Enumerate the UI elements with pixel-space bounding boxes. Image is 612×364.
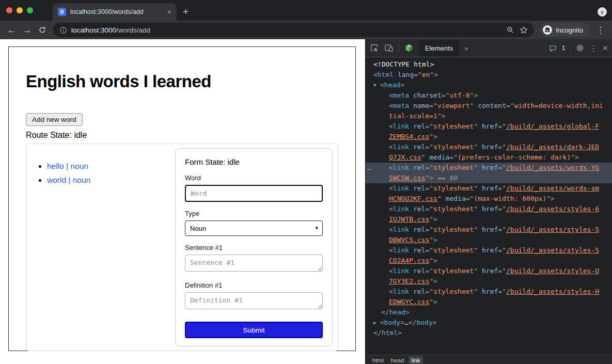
submit-button[interactable]: Submit bbox=[185, 322, 323, 338]
dom-tree-line[interactable]: <link rel="stylesheet" href="/build/_ass… bbox=[366, 287, 612, 297]
incognito-icon bbox=[543, 25, 552, 35]
issues-bubble-icon[interactable] bbox=[549, 44, 557, 52]
incognito-badge: Incognito bbox=[541, 23, 589, 37]
page-main: English words I learned Add new word Rou… bbox=[8, 46, 356, 351]
browser-toolbar: ← → localhost:3000/words/add bbox=[0, 21, 612, 39]
incognito-label: Incognito bbox=[556, 26, 583, 34]
bookmark-star-icon[interactable] bbox=[520, 26, 528, 34]
dom-tree-line[interactable]: <link rel="stylesheet" href="/build/_ass… bbox=[366, 225, 612, 235]
dom-tree-line[interactable]: </head> bbox=[366, 307, 612, 318]
dom-tree-line[interactable]: IUJWTB.css"> bbox=[366, 214, 612, 225]
dom-tree-line[interactable]: ▼<head> bbox=[366, 80, 612, 90]
dom-tree-line[interactable]: <link rel="stylesheet" href="/build/_ass… bbox=[366, 142, 612, 152]
dom-tree-line[interactable]: HCNGU2KF.css" media="(max-width: 600px)"… bbox=[366, 194, 612, 204]
site-info-icon[interactable] bbox=[59, 26, 67, 34]
devtools-toolbar: Elements » 1 ⋮ × bbox=[366, 39, 612, 57]
dom-tree-line[interactable]: <meta charset="utf-8"> bbox=[366, 90, 612, 101]
node-options-dots-icon[interactable]: … bbox=[367, 163, 372, 173]
definition-label: Definition #1 bbox=[185, 281, 323, 289]
settings-gear-icon[interactable] bbox=[576, 44, 584, 52]
tab-search-icon[interactable]: ∨ bbox=[598, 7, 607, 17]
dom-tree-line[interactable]: <link rel="stylesheet" href="/build/_ass… bbox=[366, 266, 612, 276]
dom-tree: <!DOCTYPE html><html lang="en">▼<head><m… bbox=[366, 57, 612, 355]
dom-tree-line[interactable]: <meta name="viewport" content="width=dev… bbox=[366, 101, 612, 111]
dom-tree-line[interactable]: <!DOCTYPE html> bbox=[366, 59, 612, 70]
web-page: English words I learned Add new word Rou… bbox=[0, 39, 365, 364]
word-input[interactable] bbox=[185, 185, 323, 202]
breadcrumb-item[interactable]: head bbox=[388, 356, 407, 364]
sentence-textarea[interactable] bbox=[185, 255, 323, 272]
favicon: R bbox=[58, 8, 66, 16]
route-state-text: Route State: idle bbox=[26, 131, 338, 140]
issues-count[interactable]: 1 bbox=[562, 44, 566, 52]
words-panel: hello | noun world | noun Form State: id… bbox=[26, 144, 338, 351]
extension-cube-icon[interactable] bbox=[404, 43, 414, 53]
breadcrumb: html head link bbox=[366, 355, 612, 364]
dom-tree-line[interactable]: …<link rel="stylesheet" href="/build/_as… bbox=[366, 163, 612, 173]
inspect-element-icon[interactable] bbox=[370, 43, 379, 53]
toolbar-separator bbox=[399, 43, 399, 53]
dom-tree-line[interactable]: Q7JX.css" media="(prefers-color-scheme: … bbox=[366, 152, 612, 163]
tab-close-icon[interactable]: × bbox=[167, 8, 171, 16]
more-tabs-icon[interactable]: » bbox=[464, 44, 468, 52]
breadcrumb-item-active[interactable]: link bbox=[409, 356, 422, 364]
window-close-button[interactable] bbox=[6, 7, 12, 13]
devtools-close-icon[interactable]: × bbox=[602, 43, 608, 53]
address-bar[interactable]: localhost:3000/words/add bbox=[53, 23, 534, 37]
form-state-text: Form State: idle bbox=[185, 157, 323, 166]
dom-tree-line[interactable]: DBWVCS.css"> bbox=[366, 235, 612, 245]
toolbar-separator bbox=[570, 43, 571, 53]
traffic-lights bbox=[0, 0, 40, 21]
new-tab-button[interactable]: + bbox=[183, 6, 189, 18]
dom-tree-line[interactable]: EDWGYC.css"> bbox=[366, 297, 612, 307]
dom-tree-line[interactable]: ZEMBS4.css"> bbox=[366, 132, 612, 142]
window-zoom-button[interactable] bbox=[27, 7, 33, 13]
zoom-icon[interactable] bbox=[506, 26, 514, 34]
type-label: Type bbox=[185, 210, 323, 217]
url-text: localhost:3000/words/add bbox=[71, 26, 150, 34]
dom-tree-line[interactable]: <html lang="en"> bbox=[366, 70, 612, 80]
add-word-form: Form State: idle Word Type Noun ▾ Senten… bbox=[175, 148, 333, 346]
breadcrumb-item[interactable]: html bbox=[370, 356, 386, 364]
forward-button[interactable]: → bbox=[23, 26, 32, 35]
devtools-panel: Elements » 1 ⋮ × <!DOCTYPE html><htm bbox=[365, 39, 612, 364]
browser-tab[interactable]: R localhost:3000/words/add × bbox=[53, 3, 177, 21]
dom-tree-line[interactable]: <link rel="stylesheet" href="/build/_ass… bbox=[366, 183, 612, 194]
dom-tree-line[interactable]: <link rel="stylesheet" href="/build/_ass… bbox=[366, 204, 612, 214]
tab-elements[interactable]: Elements bbox=[419, 40, 459, 56]
dom-tree-line[interactable]: tial-scale=1"> bbox=[366, 111, 612, 121]
window-minimize-button[interactable] bbox=[17, 7, 23, 13]
add-new-word-button[interactable]: Add new word bbox=[26, 113, 83, 126]
dom-tree-line[interactable]: CO2A4P.css"> bbox=[366, 256, 612, 266]
definition-textarea[interactable] bbox=[185, 292, 323, 309]
sentence-label: Sentence #1 bbox=[185, 244, 323, 251]
word-label: Word bbox=[185, 174, 323, 182]
page-title: English words I learned bbox=[26, 72, 338, 91]
word-link[interactable]: hello | noun bbox=[47, 162, 88, 170]
back-button[interactable]: ← bbox=[7, 26, 16, 35]
dom-tree-line[interactable]: </html> bbox=[366, 328, 612, 338]
devtools-menu-icon[interactable]: ⋮ bbox=[589, 44, 597, 52]
browser-menu-icon[interactable]: ⋮ bbox=[596, 26, 605, 35]
dom-tree-line[interactable]: 7GY3E2.css"> bbox=[366, 276, 612, 287]
browser-window: R localhost:3000/words/add × + ∨ ← → loc… bbox=[0, 0, 612, 364]
dom-tree-line[interactable]: SWCSW.css"> == $0 bbox=[366, 173, 612, 183]
type-select[interactable]: Noun bbox=[185, 220, 323, 236]
word-link[interactable]: world | noun bbox=[47, 176, 90, 184]
dom-tree-line[interactable]: <link rel="stylesheet" href="/build/_ass… bbox=[366, 121, 612, 132]
dom-tree-line[interactable]: ▶<body>…</body> bbox=[366, 318, 612, 328]
reload-button[interactable] bbox=[38, 26, 46, 34]
dom-tree-line[interactable]: <link rel="stylesheet" href="/build/_ass… bbox=[366, 245, 612, 256]
reload-icon bbox=[38, 26, 46, 34]
tab-title: localhost:3000/words/add bbox=[70, 8, 164, 15]
tab-strip: R localhost:3000/words/add × + ∨ bbox=[0, 0, 612, 21]
device-toolbar-icon[interactable] bbox=[384, 43, 394, 53]
